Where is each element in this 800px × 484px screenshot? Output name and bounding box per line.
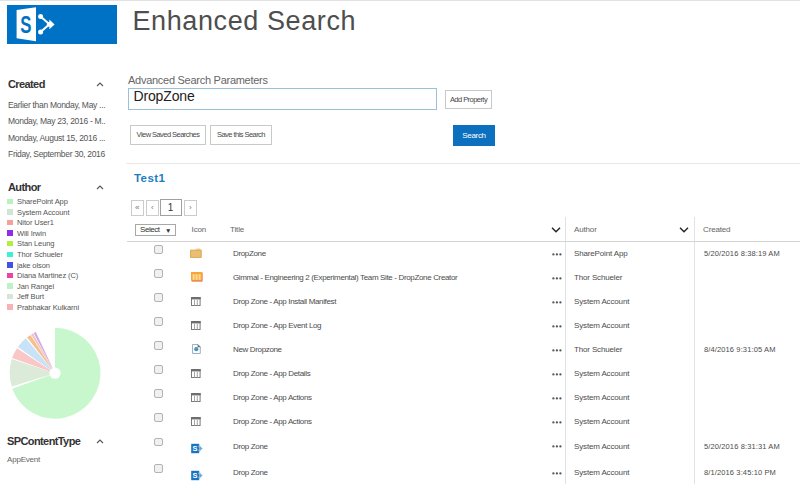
svg-text:S: S — [193, 444, 198, 453]
svg-text:S: S — [193, 471, 198, 480]
svg-text:S: S — [20, 12, 31, 38]
